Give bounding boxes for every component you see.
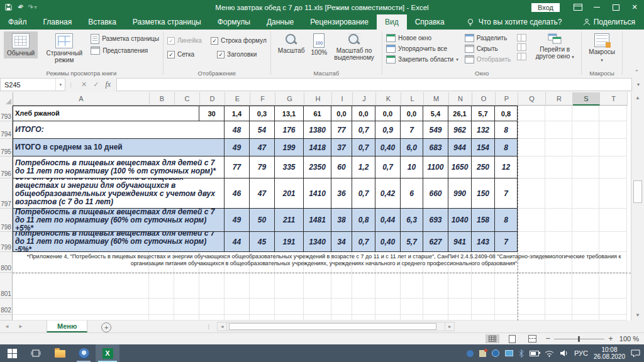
volume-icon[interactable] [560, 349, 569, 357]
cell-value[interactable]: 990 [448, 178, 472, 209]
cell-empty[interactable] [518, 273, 545, 299]
cell-value[interactable]: 0,7 [352, 139, 375, 156]
column-header-A[interactable]: A [13, 92, 150, 106]
cell-value[interactable]: 1,2 [352, 156, 375, 178]
tray-keyboard-icon[interactable] [505, 350, 513, 356]
cell-value[interactable]: 0,8 [352, 209, 375, 232]
cell-value[interactable]: 132 [472, 121, 495, 139]
zoom-slider[interactable]: − + [546, 336, 613, 342]
vertical-scroll-thumb[interactable] [633, 180, 642, 203]
cell-value[interactable]: 158 [472, 209, 495, 232]
cell-empty[interactable] [401, 299, 423, 315]
row-header-798[interactable]: 798 [0, 209, 13, 232]
cell-empty[interactable] [375, 273, 401, 299]
cell-value[interactable]: 38 [331, 209, 352, 232]
cell-value[interactable]: 46 [225, 178, 250, 209]
battery-icon[interactable] [530, 351, 539, 356]
cell-value[interactable]: 5,4 [423, 106, 448, 121]
normal-view-statusbar-button[interactable] [486, 334, 499, 343]
cell-value[interactable]: 941 [448, 232, 472, 252]
cell-value[interactable]: 693 [423, 209, 448, 232]
cell-empty[interactable] [572, 121, 599, 139]
cell-value[interactable]: 1040 [448, 209, 472, 232]
cell-empty[interactable] [448, 315, 472, 321]
column-header-P[interactable]: P [496, 92, 518, 106]
cell-empty[interactable] [518, 156, 545, 178]
cell-label[interactable]: Потребность в пищевых веществах для дете… [13, 156, 225, 178]
cell-empty[interactable] [149, 273, 174, 299]
cell-value[interactable]: 683 [423, 139, 448, 156]
column-header-L[interactable]: L [401, 92, 424, 106]
cell-empty[interactable] [572, 156, 599, 178]
cell-value[interactable]: 50 [250, 209, 275, 232]
cell-value[interactable]: 44 [225, 232, 250, 252]
cell-value[interactable]: 1650 [448, 156, 472, 178]
clock[interactable]: 10:08 26.08.2020 [594, 346, 625, 360]
cell-empty[interactable] [352, 315, 375, 321]
cell-empty[interactable] [599, 299, 627, 315]
hide-button[interactable]: Скрыть [465, 45, 511, 53]
cell-value[interactable]: 549 [423, 121, 448, 139]
zoom-100-button[interactable]: 100 100% [308, 31, 331, 58]
cell-empty[interactable] [518, 315, 545, 321]
cell-empty[interactable] [572, 315, 599, 321]
horizontal-scrollbar[interactable]: ◄ ► [217, 321, 455, 332]
unhide-button[interactable]: Отобразить [465, 55, 511, 63]
cell-value[interactable]: 61 [304, 106, 331, 121]
zoom-slider-track[interactable] [554, 339, 604, 339]
cell-value[interactable]: 45 [250, 232, 275, 252]
file-explorer-button[interactable] [48, 344, 72, 362]
close-button[interactable]: ✕ [625, 0, 644, 14]
cell-empty[interactable] [545, 178, 572, 209]
formula-bar-checkbox[interactable]: ✓Строка формул [211, 37, 267, 45]
cell-empty[interactable] [518, 209, 545, 232]
cell-value[interactable]: 30 [199, 106, 225, 121]
cell-empty[interactable] [199, 273, 225, 299]
cell-empty[interactable] [275, 299, 304, 315]
cell-value[interactable]: 34 [331, 232, 352, 252]
cell-value[interactable]: 7 [495, 232, 518, 252]
cell-value[interactable]: 154 [472, 139, 495, 156]
tell-me-search[interactable]: Что вы хотите сделать? [467, 14, 562, 30]
scroll-down-icon[interactable]: ▼ [631, 310, 644, 321]
cell-label[interactable]: ИТОГО: [13, 121, 225, 139]
row-header-799[interactable]: 799 [0, 232, 13, 252]
cell-empty[interactable] [599, 121, 627, 139]
tray-round-app-icon[interactable] [492, 349, 499, 357]
cell-value[interactable]: 0,7 [352, 178, 375, 209]
ruler-checkbox[interactable]: ✓Линейка [167, 37, 202, 45]
cell-label[interactable]: ИТОГО в среднем за 10 дней [13, 139, 225, 156]
cell-value[interactable]: 0,40 [375, 232, 401, 252]
column-header-D[interactable]: D [200, 92, 225, 106]
cell-empty[interactable] [423, 315, 448, 321]
formula-bar-splitter[interactable]: ⋮ [65, 77, 76, 92]
cell-value[interactable]: 6 [401, 178, 423, 209]
column-header-K[interactable]: K [376, 92, 401, 106]
cell-value[interactable]: 1380 [304, 121, 331, 139]
cell-value[interactable]: 13,1 [275, 106, 304, 121]
cell-value[interactable]: 143 [472, 232, 495, 252]
cell-empty[interactable] [545, 121, 572, 139]
synchronous-scrolling-icon[interactable] [517, 43, 526, 51]
cell-value[interactable]: 962 [448, 121, 472, 139]
cell-value[interactable]: 2350 [304, 156, 331, 178]
column-header-E[interactable]: E [225, 92, 250, 106]
cell-value[interactable]: 0,3 [250, 106, 275, 121]
cell-value[interactable]: 7 [495, 178, 518, 209]
ribbon-display-options-icon[interactable] [569, 0, 587, 14]
cell-empty[interactable] [572, 299, 599, 315]
cell-empty[interactable] [13, 299, 149, 315]
ribbon-tab[interactable]: Главная [35, 14, 80, 30]
page-break-preview-button[interactable]: Страничный режим [38, 31, 91, 65]
ribbon-tab[interactable]: Данные [258, 14, 302, 30]
cell-empty[interactable] [13, 315, 149, 321]
cell-empty[interactable] [250, 273, 275, 299]
save-icon[interactable] [5, 4, 12, 11]
cell-empty[interactable] [545, 139, 572, 156]
cell-empty[interactable] [275, 273, 304, 299]
cell-value[interactable]: 47 [250, 178, 275, 209]
cell-empty[interactable] [599, 139, 627, 156]
name-box-dropdown-icon[interactable]: ▾ [55, 79, 65, 90]
switch-windows-button[interactable]: Перейти в другое окно ▾ [532, 31, 577, 62]
zoom-out-icon[interactable]: − [546, 336, 551, 342]
